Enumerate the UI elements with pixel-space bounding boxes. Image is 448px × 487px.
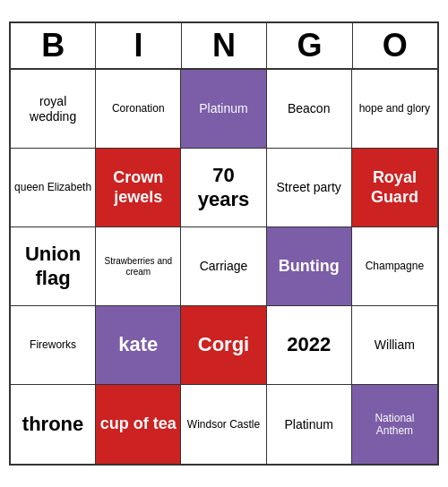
bingo-cell: Beacon <box>267 70 352 149</box>
bingo-cell: queen Elizabeth <box>11 149 96 227</box>
bingo-cell: Union flag <box>11 227 96 306</box>
bingo-cell: Carriage <box>181 227 266 306</box>
bingo-cell: Crown jewels <box>96 149 181 227</box>
bingo-cell: Street party <box>267 149 352 227</box>
bingo-cell: Royal Guard <box>352 149 437 227</box>
bingo-cell: Bunting <box>267 227 352 306</box>
bingo-cell: National Anthem <box>352 385 437 464</box>
bingo-cell: cup of tea <box>96 385 181 464</box>
header-letter: I <box>96 23 181 70</box>
bingo-cell: Platinum <box>181 70 266 149</box>
header-letter: B <box>11 23 96 70</box>
bingo-cell: William <box>352 306 437 385</box>
bingo-cell: 70 years <box>181 149 266 227</box>
bingo-cell: Windsor Castle <box>181 385 266 464</box>
bingo-cell: Fireworks <box>11 306 96 385</box>
bingo-grid: royal weddingCoronationPlatinumBeaconhop… <box>11 70 437 464</box>
bingo-cell: Champagne <box>352 227 437 306</box>
bingo-cell: Strawberries and cream <box>96 227 181 306</box>
bingo-cell: 2022 <box>267 306 352 385</box>
bingo-header: BINGO <box>11 23 437 70</box>
bingo-cell: kate <box>96 306 181 385</box>
bingo-card: BINGO royal weddingCoronationPlatinumBea… <box>9 21 439 466</box>
bingo-cell: hope and glory <box>352 70 437 149</box>
bingo-cell: Corgi <box>181 306 266 385</box>
header-letter: N <box>182 23 267 70</box>
header-letter: G <box>267 23 352 70</box>
bingo-cell: Coronation <box>96 70 181 149</box>
header-letter: O <box>353 23 437 70</box>
bingo-cell: throne <box>11 385 96 464</box>
bingo-cell: Platinum <box>267 385 352 464</box>
bingo-cell: royal wedding <box>11 70 96 149</box>
